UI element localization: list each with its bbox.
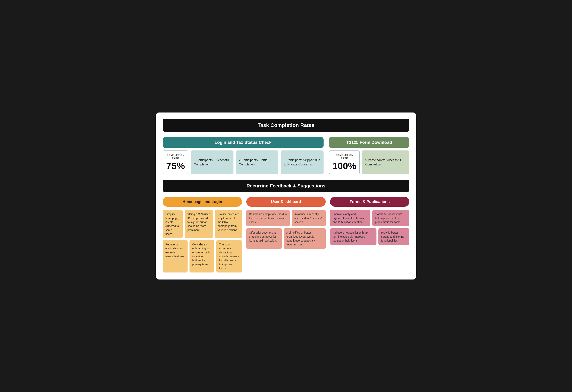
stat-login-0: 3 Participants: Successful Completion — [191, 150, 234, 174]
completion-label-form: COMPLETIONRATE — [333, 154, 356, 160]
completion-rate-login: COMPLETIONRATE 75% — [163, 150, 188, 174]
feedback-item-dashboard-0-0: Dashboard complexity - hard to find spec… — [246, 210, 290, 226]
completion-rate-form: COMPLETIONRATE 100% — [329, 150, 360, 174]
feedback-item-dashboard-0-1: Introduce a 'recently accessed' or 'favo… — [292, 210, 326, 226]
feedback-row-dashboard-0: Dashboard complexity - hard to find spec… — [246, 210, 326, 226]
stat-login-2: 1 Participant: Skipped due to Privacy Co… — [281, 150, 324, 174]
completion-value-login: 75% — [166, 161, 185, 171]
feedback-item-forms-1-0: Aid users not familiar with tax terminol… — [330, 228, 377, 245]
feedback-item-forms-1-1: Provide better sorting and filtering fun… — [378, 228, 409, 245]
task-header-form: T2125 Form Download — [329, 137, 409, 148]
task-block-login: Login and Tax Status Check COMPLETIONRAT… — [163, 137, 324, 174]
feedback-col-forms: Forms & Publications Improve clarity and… — [330, 197, 409, 273]
feedback-item-homepage-0-0: Simplify homepage; it feels cluttered to… — [163, 210, 183, 238]
main-header: Task Completion Rates — [163, 119, 409, 132]
feedback-row-homepage-0: Simplify homepage; it feels cluttered to… — [163, 210, 242, 238]
feedback-row-forms-0: Improve clarity and organization in the … — [330, 210, 409, 226]
feedback-item-homepage-0-1: 'Using a CRA user ID and password to sig… — [185, 210, 213, 238]
feedback-item-homepage-1-2: The color scheme is distracting; conside… — [216, 240, 242, 273]
feedback-item-homepage-0-2: Provide an easier way to return to the C… — [215, 210, 242, 238]
stat-form-0: 5 Participants: Successful Completion — [362, 150, 409, 174]
feedback-rows-dashboard: Dashboard complexity - hard to find spec… — [246, 210, 326, 249]
stat-login-1: 2 Participants: Partial Completion — [236, 150, 279, 174]
feedback-columns: Homepage and Login Simplify homepage; it… — [163, 197, 409, 273]
feedback-item-forms-0-1: 'Forms & Publications' button placement … — [372, 210, 409, 226]
feedback-rows-forms: Improve clarity and organization in the … — [330, 210, 409, 245]
completion-label-login: COMPLETIONRATE — [166, 154, 185, 160]
completion-value-form: 100% — [333, 161, 356, 171]
task-cards-login: COMPLETIONRATE 75% 3 Participants: Succe… — [163, 150, 324, 174]
feedback-row-forms-1: Aid users not familiar with tax terminol… — [330, 228, 409, 245]
feedback-item-dashboard-1-0: Offer brief descriptions or tooltips on … — [246, 228, 282, 249]
feedback-title: Recurring Feedback & Suggestions — [247, 183, 325, 188]
feedback-row-homepage-1: Reduce or eliminate non-essential menus/… — [163, 240, 242, 273]
feedback-header-dashboard: User Dashboard — [246, 197, 326, 207]
task-cards-form: COMPLETIONRATE 100% 5 Participants: Succ… — [329, 150, 409, 174]
feedback-col-dashboard: User Dashboard Dashboard complexity - ha… — [246, 197, 326, 273]
feedback-rows-homepage: Simplify homepage; it feels cluttered to… — [163, 210, 242, 273]
feedback-header: Recurring Feedback & Suggestions — [163, 180, 409, 192]
feedback-item-dashboard-1-1: A simplified or better-organized layout … — [284, 228, 326, 249]
task-block-form: T2125 Form Download COMPLETIONRATE 100% … — [329, 137, 409, 174]
feedback-item-forms-0-0: Improve clarity and organization in the … — [330, 210, 370, 226]
feedback-header-homepage: Homepage and Login — [163, 197, 242, 207]
feedback-header-forms: Forms & Publications — [330, 197, 409, 207]
feedback-item-homepage-1-1: Consider an onboarding tour or clearer c… — [190, 240, 214, 273]
completion-section: Login and Tax Status Check COMPLETIONRAT… — [163, 137, 409, 174]
main-card: Task Completion Rates Login and Tax Stat… — [156, 113, 416, 279]
feedback-item-homepage-1-0: Reduce or eliminate non-essential menus/… — [163, 240, 188, 273]
header-title: Task Completion Rates — [258, 122, 314, 128]
feedback-col-homepage: Homepage and Login Simplify homepage; it… — [163, 197, 242, 273]
feedback-row-dashboard-1: Offer brief descriptions or tooltips on … — [246, 228, 326, 249]
task-header-login: Login and Tax Status Check — [163, 137, 324, 148]
